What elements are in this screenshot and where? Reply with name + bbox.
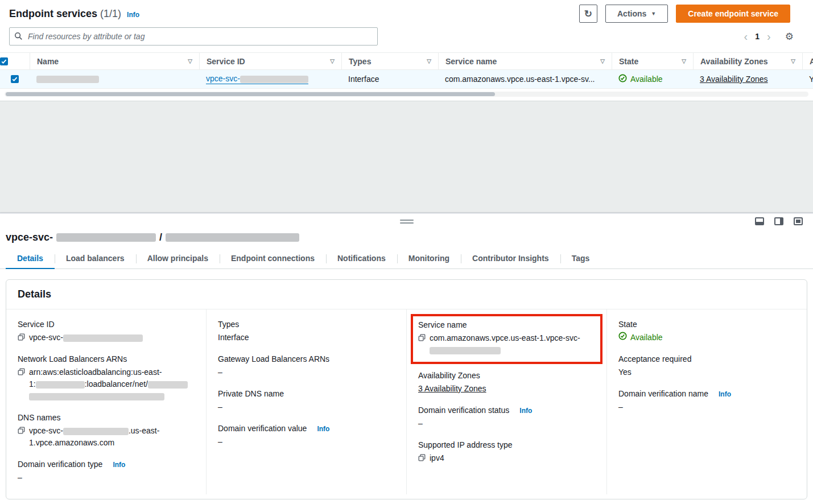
filter-icon[interactable]: ▽ — [427, 58, 431, 64]
service-id-prefix: vpce-svc- — [206, 74, 240, 83]
info-link[interactable]: Info — [113, 461, 125, 469]
select-all-checkbox[interactable] — [0, 57, 8, 65]
redacted-service-id-value — [63, 334, 143, 342]
tab-monitoring[interactable]: Monitoring — [397, 249, 461, 268]
field-network-load-balancer-arns: Network Load Balancers ARNs arn:aws:elas… — [18, 354, 195, 402]
row-availability-zones-link[interactable]: 3 Availability Zones — [700, 75, 768, 84]
table-row[interactable]: vpce-svc- Interface com.amazonaws.vpce.u… — [0, 70, 813, 89]
copy-icon[interactable] — [18, 333, 25, 341]
column-header-name: Name — [37, 57, 59, 66]
info-link[interactable]: Info — [719, 390, 731, 398]
tab-load-balancers[interactable]: Load balancers — [55, 249, 136, 268]
filter-icon[interactable]: ▽ — [600, 58, 605, 64]
table-toolbar: ‹ 1 › ⚙ — [0, 25, 813, 52]
page-info-link[interactable]: Info — [127, 11, 139, 19]
resource-count: (1/1) — [100, 8, 121, 20]
tab-notifications[interactable]: Notifications — [326, 249, 397, 268]
field-gateway-load-balancer-arns: Gateway Load Balancers ARNs – — [218, 354, 395, 378]
private-dns-value: – — [218, 401, 222, 413]
field-service-name: Service name com.amazonaws.vpce.us-east-… — [418, 320, 595, 356]
tab-tags[interactable]: Tags — [560, 249, 601, 268]
state-badge: Available — [618, 332, 663, 344]
copy-icon[interactable] — [18, 427, 25, 434]
private-dns-label: Private DNS name — [218, 389, 284, 398]
service-id-link[interactable]: vpce-svc- — [206, 74, 308, 84]
domain-verification-value-value: – — [218, 436, 222, 448]
copy-icon[interactable] — [418, 454, 426, 461]
details-column-3: Service name com.amazonaws.vpce.us-east-… — [406, 309, 606, 494]
copy-icon[interactable] — [18, 368, 25, 375]
state-label: State — [618, 320, 637, 329]
availability-zones-label: Availability Zones — [418, 371, 480, 380]
field-state: State Available — [618, 320, 795, 344]
check-circle-icon — [618, 332, 627, 344]
acceptance-required-value: Yes — [618, 366, 632, 378]
tab-endpoint-connections[interactable]: Endpoint connections — [220, 249, 326, 268]
nlb-arn-line2-pre: 1: — [29, 379, 36, 389]
field-service-id: Service ID vpce-svc- — [18, 320, 195, 344]
refresh-button[interactable]: ↻ — [579, 5, 597, 23]
filter-icon[interactable]: ▽ — [330, 58, 335, 64]
aws-console-page: Endpoint services (1/1) Info ↻ Actions ▼… — [0, 0, 813, 504]
refresh-icon: ↻ — [584, 9, 592, 19]
tab-allow-principals[interactable]: Allow principals — [136, 249, 220, 268]
panel-title-prefix: vpce-svc- — [6, 232, 53, 243]
filter-icon[interactable]: ▽ — [188, 58, 192, 64]
field-dns-names: DNS names vpce-svc-.us-east- 1.vpce.amaz… — [18, 413, 195, 449]
domain-verification-name-label: Domain verification name — [618, 389, 708, 398]
detail-tabs: Details Load balancers Allow principals … — [0, 249, 813, 269]
row-state-badge: Available — [618, 74, 663, 84]
dns-name-line2: 1.vpce.amazonaws.com — [29, 438, 114, 447]
split-panel: vpce-svc- / Details Load balancers Allow… — [0, 213, 813, 504]
panel-maximize-icon[interactable] — [794, 217, 803, 225]
panel-position-side-icon[interactable] — [774, 217, 783, 225]
actions-button[interactable]: Actions ▼ — [605, 5, 668, 23]
create-endpoint-service-button[interactable]: Create endpoint service — [676, 5, 790, 23]
next-page-button[interactable]: › — [767, 31, 771, 42]
supported-ip-label: Supported IP address type — [418, 440, 513, 449]
caret-down-icon: ▼ — [651, 11, 656, 16]
page-title: Endpoint services — [9, 8, 97, 20]
service-name-label: Service name — [418, 320, 467, 329]
column-header-state: State — [619, 57, 638, 66]
dns-name-line1-post: .us-east- — [129, 426, 159, 435]
row-types: Interface — [348, 75, 379, 84]
horizontal-scrollbar[interactable] — [5, 92, 808, 97]
domain-verification-status-value: – — [418, 418, 423, 429]
search-icon — [14, 32, 23, 42]
redacted-service-id — [240, 76, 308, 83]
tab-contributor-insights[interactable]: Contributor Insights — [461, 249, 560, 268]
redacted-row-name — [36, 76, 99, 83]
search-input[interactable] — [9, 27, 378, 46]
tab-details[interactable]: Details — [6, 249, 55, 268]
domain-verification-name-value: – — [618, 401, 623, 413]
copy-icon[interactable] — [418, 334, 426, 341]
panel-position-bottom-icon[interactable] — [755, 217, 764, 225]
state-value: Available — [630, 332, 663, 344]
filter-icon[interactable]: ▽ — [791, 58, 795, 64]
field-domain-verification-type: Domain verification type Info – — [18, 460, 195, 484]
redacted-title-name — [166, 233, 299, 242]
filter-icon[interactable]: ▽ — [682, 58, 686, 64]
column-header-types: Types — [349, 57, 371, 66]
check-circle-icon — [618, 74, 627, 84]
previous-page-button[interactable]: ‹ — [744, 31, 748, 42]
content-background — [0, 101, 813, 213]
row-checkbox[interactable] — [11, 75, 19, 83]
column-header-availability-zones: Availability Zones — [700, 57, 768, 66]
info-link[interactable]: Info — [519, 407, 532, 415]
split-panel-drag-handle[interactable] — [400, 220, 414, 224]
nlb-arns-label: Network Load Balancers ARNs — [18, 354, 127, 363]
current-page-number[interactable]: 1 — [755, 32, 760, 41]
dns-names-label: DNS names — [18, 413, 60, 422]
details-column-4: State Available Acceptance required Yes — [606, 309, 807, 494]
info-link[interactable]: Info — [317, 425, 329, 433]
types-label: Types — [218, 320, 239, 329]
horizontal-scrollbar-thumb[interactable] — [6, 92, 495, 96]
field-supported-ip-address-type: Supported IP address type ipv4 — [418, 440, 595, 464]
availability-zones-link[interactable]: 3 Availability Zones — [418, 383, 486, 395]
preferences-gear-icon[interactable]: ⚙ — [785, 31, 794, 43]
field-acceptance-required: Acceptance required Yes — [618, 354, 795, 378]
service-id-label: Service ID — [18, 320, 55, 329]
details-card: Details Service ID vpce-svc- Network Loa… — [6, 279, 807, 499]
